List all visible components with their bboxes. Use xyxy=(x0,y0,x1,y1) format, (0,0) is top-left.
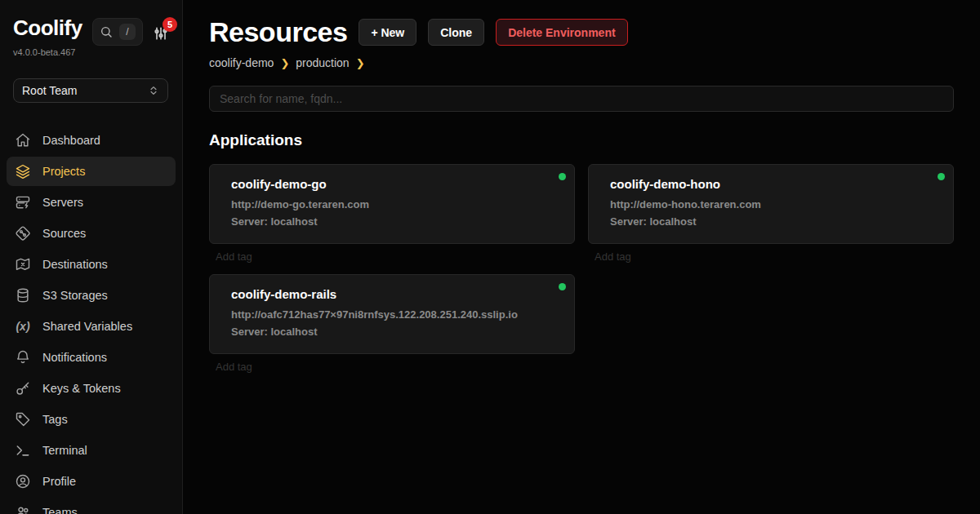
application-card-coolify-demo-go[interactable]: coolify-demo-go http://demo-go.teraren.c… xyxy=(209,164,575,244)
terminal-icon xyxy=(15,442,31,459)
add-tag-button[interactable]: Add tag xyxy=(216,361,575,373)
sidebar-item-label: Tags xyxy=(42,413,68,426)
sidebar-item-teams[interactable]: Teams xyxy=(7,498,176,514)
user-icon xyxy=(15,473,31,490)
breadcrumb: coolify-demo ❯ production ❯ xyxy=(209,56,954,69)
page-title: Resources xyxy=(209,16,347,48)
app-logo: Coolify xyxy=(13,16,82,40)
layers-icon xyxy=(15,163,31,179)
status-dot xyxy=(559,173,566,180)
top-actions: / 5 xyxy=(92,18,169,46)
application-server: Server: localhost xyxy=(231,326,553,338)
application-url: http://oafc712has77×97ni8rnfsys.122.208.… xyxy=(231,308,553,321)
main-content: Resources + New Clone Delete Environment… xyxy=(183,0,980,514)
breadcrumb-project[interactable]: coolify-demo xyxy=(209,56,274,69)
status-dot xyxy=(559,283,566,290)
notification-count-badge: 5 xyxy=(163,17,177,32)
breadcrumb-environment[interactable]: production xyxy=(296,56,349,69)
sidebar-item-projects[interactable]: Projects xyxy=(7,157,176,186)
application-item: coolify-demo-rails http://oafc712has77×9… xyxy=(209,274,575,373)
sidebar-nav: Dashboard Projects Servers Sources Desti… xyxy=(7,126,176,514)
application-card-coolify-demo-rails[interactable]: coolify-demo-rails http://oafc712has77×9… xyxy=(209,274,575,354)
add-tag-button[interactable]: Add tag xyxy=(216,250,575,263)
sidebar-item-label: Projects xyxy=(42,165,85,178)
applications-grid: coolify-demo-go http://demo-go.teraren.c… xyxy=(209,164,954,373)
clone-button[interactable]: Clone xyxy=(428,19,484,46)
database-icon xyxy=(15,287,31,304)
applications-section-title: Applications xyxy=(209,131,954,149)
sidebar-item-label: Sources xyxy=(42,227,86,240)
sidebar-item-label: Terminal xyxy=(42,444,87,457)
application-name: coolify-demo-rails xyxy=(231,287,553,301)
sidebar-item-keys-tokens[interactable]: Keys & Tokens xyxy=(7,374,176,403)
sidebar-item-label: S3 Storages xyxy=(42,289,108,302)
application-url: http://demo-go.teraren.com xyxy=(231,198,553,210)
sidebar-item-profile[interactable]: Profile xyxy=(7,467,176,496)
sidebar-item-label: Servers xyxy=(42,196,83,209)
app-version: v4.0.0-beta.467 xyxy=(7,46,176,57)
chevron-up-down-icon xyxy=(148,85,159,96)
sidebar-item-terminal[interactable]: Terminal xyxy=(7,436,176,465)
sidebar-item-shared-variables[interactable]: (x) Shared Variables xyxy=(7,312,176,341)
sidebar-item-destinations[interactable]: Destinations xyxy=(7,250,176,279)
page-header: Resources + New Clone Delete Environment xyxy=(209,16,954,48)
sidebar-item-label: Keys & Tokens xyxy=(42,382,121,395)
slash-hotkey: / xyxy=(119,24,136,40)
team-selector[interactable]: Root Team xyxy=(13,78,168,103)
application-item: coolify-demo-hono http://demo-hono.terar… xyxy=(588,164,954,263)
search-icon xyxy=(100,25,113,38)
application-url: http://demo-hono.teraren.com xyxy=(610,198,932,210)
sidebar-item-label: Dashboard xyxy=(42,134,100,147)
add-tag-button[interactable]: Add tag xyxy=(595,250,954,263)
map-icon xyxy=(15,256,31,273)
settings-button[interactable]: 5 xyxy=(153,25,169,42)
sidebar-item-label: Teams xyxy=(42,506,78,514)
application-name: coolify-demo-go xyxy=(231,177,553,191)
sidebar-item-tags[interactable]: Tags xyxy=(7,405,176,434)
sidebar-item-sources[interactable]: Sources xyxy=(7,219,176,248)
sidebar-item-label: Profile xyxy=(42,475,76,488)
sidebar-item-label: Notifications xyxy=(42,351,107,364)
sidebar-item-servers[interactable]: Servers xyxy=(7,188,176,217)
application-server: Server: localhost xyxy=(231,215,553,228)
server-icon xyxy=(15,194,31,210)
application-item: coolify-demo-go http://demo-go.teraren.c… xyxy=(209,164,575,263)
application-server: Server: localhost xyxy=(610,215,932,228)
sidebar-item-notifications[interactable]: Notifications xyxy=(7,343,176,372)
new-button[interactable]: + New xyxy=(359,19,416,46)
users-icon xyxy=(15,504,31,514)
sidebar-item-label: Destinations xyxy=(42,258,108,271)
global-search-button[interactable]: / xyxy=(92,18,143,46)
application-name: coolify-demo-hono xyxy=(610,177,932,191)
braces-x-icon: (x) xyxy=(15,318,31,335)
sidebar-item-s3-storages[interactable]: S3 Storages xyxy=(7,281,176,310)
chevron-right-icon: ❯ xyxy=(356,57,365,69)
bell-icon xyxy=(15,349,31,366)
home-icon xyxy=(15,132,31,148)
sidebar: Coolify / 5 v4.0.0-beta.467 Root Team xyxy=(0,0,183,514)
application-card-coolify-demo-hono[interactable]: coolify-demo-hono http://demo-hono.terar… xyxy=(588,164,954,244)
status-dot xyxy=(938,173,945,180)
tag-icon xyxy=(15,411,31,428)
delete-environment-button[interactable]: Delete Environment xyxy=(496,19,627,46)
git-icon xyxy=(15,225,31,241)
sidebar-item-label: Shared Variables xyxy=(42,320,132,333)
sidebar-item-dashboard[interactable]: Dashboard xyxy=(7,126,176,155)
brand-row: Coolify / 5 xyxy=(7,13,176,46)
resource-search-input[interactable] xyxy=(209,86,954,112)
key-icon xyxy=(15,380,31,397)
team-selector-value: Root Team xyxy=(22,84,77,97)
chevron-right-icon: ❯ xyxy=(280,57,289,69)
